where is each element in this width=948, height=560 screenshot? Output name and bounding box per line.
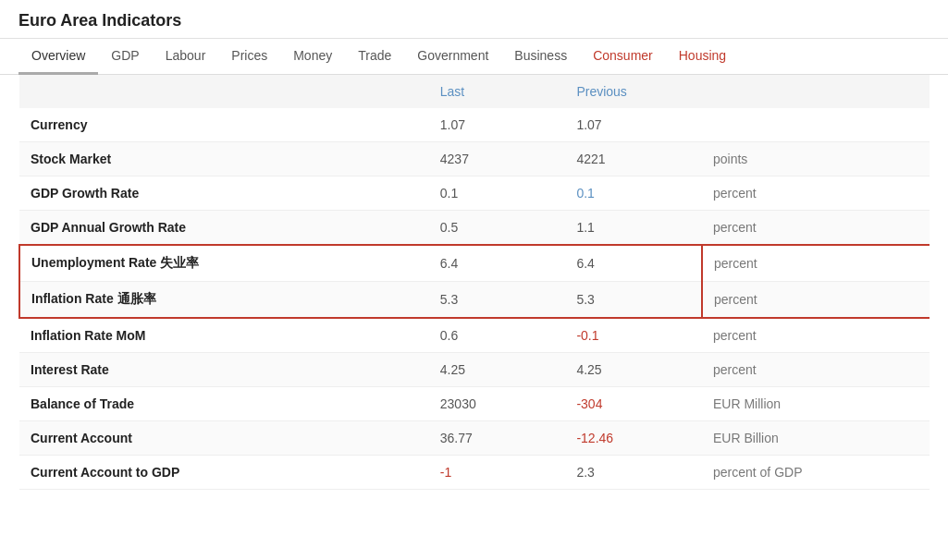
value-previous: 5.3 — [565, 282, 702, 319]
table-row: Interest Rate4.254.25percent — [19, 353, 930, 387]
indicator-name: Inflation Rate 通胀率 — [19, 282, 429, 319]
nav-tab-consumer[interactable]: Consumer — [580, 39, 666, 75]
nav-tab-money[interactable]: Money — [280, 39, 345, 75]
value-unit: EUR Million — [702, 387, 930, 421]
table-row: Inflation Rate MoM0.6-0.1percent — [19, 318, 930, 353]
value-last: 23030 — [429, 387, 566, 421]
value-previous: -12.46 — [565, 421, 702, 456]
nav-tab-housing[interactable]: Housing — [666, 39, 739, 75]
value-previous: 2.3 — [565, 456, 702, 490]
indicator-name: Current Account to GDP — [19, 456, 429, 490]
table-row: Current Account36.77-12.46EUR Billion — [19, 421, 930, 456]
value-last: 0.1 — [429, 177, 566, 211]
indicator-name: Current Account — [19, 421, 429, 456]
table-header: Last Previous — [19, 75, 930, 108]
nav-tab-trade[interactable]: Trade — [345, 39, 404, 75]
value-previous: 4221 — [565, 142, 702, 177]
nav-tab-labour[interactable]: Labour — [153, 39, 219, 75]
nav-tab-prices[interactable]: Prices — [218, 39, 280, 75]
indicator-name: GDP Annual Growth Rate — [19, 211, 429, 246]
value-unit: percent — [702, 282, 930, 319]
value-unit: percent — [702, 177, 930, 211]
value-last: 5.3 — [429, 282, 566, 319]
value-last: 4.25 — [429, 353, 566, 387]
col-header-last: Last — [429, 75, 566, 108]
nav-tab-government[interactable]: Government — [404, 39, 501, 75]
value-unit: EUR Billion — [702, 421, 930, 456]
value-previous: 0.1 — [565, 177, 702, 211]
nav-tabs: OverviewGDPLabourPricesMoneyTradeGovernm… — [0, 39, 948, 75]
table-row: Inflation Rate 通胀率5.35.3percent — [19, 282, 930, 319]
indicator-name: Interest Rate — [19, 353, 429, 387]
table-row: Current Account to GDP-12.3percent of GD… — [19, 456, 930, 490]
value-last: 0.5 — [429, 211, 566, 246]
value-last: 6.4 — [429, 245, 566, 282]
table-row: Unemployment Rate 失业率6.46.4percent — [19, 245, 930, 282]
indicator-name: Unemployment Rate 失业率 — [19, 245, 429, 282]
indicators-table: Last Previous Currency1.071.07Stock Mark… — [18, 75, 930, 490]
nav-tab-gdp[interactable]: GDP — [98, 39, 152, 75]
value-previous: -304 — [565, 387, 702, 421]
table-row: Currency1.071.07 — [19, 108, 930, 142]
table-wrapper: Last Previous Currency1.071.07Stock Mark… — [0, 75, 948, 490]
value-previous: 1.07 — [565, 108, 702, 142]
value-unit: percent — [702, 318, 930, 353]
nav-tab-business[interactable]: Business — [501, 39, 580, 75]
indicator-name: Inflation Rate MoM — [19, 318, 429, 353]
value-last: 0.6 — [429, 318, 566, 353]
col-header-name — [19, 75, 429, 108]
value-last: 36.77 — [429, 421, 566, 456]
indicator-name: Currency — [19, 108, 429, 142]
value-previous: -0.1 — [565, 318, 702, 353]
indicator-name: GDP Growth Rate — [19, 177, 429, 211]
table-row: Stock Market42374221points — [19, 142, 930, 177]
page-wrapper: Euro Area Indicators OverviewGDPLabourPr… — [0, 0, 948, 560]
value-unit — [702, 108, 930, 142]
indicator-name: Balance of Trade — [19, 387, 429, 421]
value-unit: percent — [702, 211, 930, 246]
table-row: GDP Annual Growth Rate0.51.1percent — [19, 211, 930, 246]
value-previous: 4.25 — [565, 353, 702, 387]
table-row: Balance of Trade23030-304EUR Million — [19, 387, 930, 421]
table-body: Currency1.071.07Stock Market42374221poin… — [19, 108, 930, 490]
col-header-previous: Previous — [565, 75, 702, 108]
indicator-name: Stock Market — [19, 142, 429, 177]
table-row: GDP Growth Rate0.10.1percent — [19, 177, 930, 211]
value-unit: points — [702, 142, 930, 177]
value-unit: percent — [702, 245, 930, 282]
page-header: Euro Area Indicators — [0, 0, 948, 39]
value-last: 1.07 — [429, 108, 566, 142]
value-unit: percent — [702, 353, 930, 387]
value-last: -1 — [429, 456, 566, 490]
page-title: Euro Area Indicators — [18, 11, 181, 30]
value-previous: 1.1 — [565, 211, 702, 246]
value-unit: percent of GDP — [702, 456, 930, 490]
value-last: 4237 — [429, 142, 566, 177]
value-previous: 6.4 — [565, 245, 702, 282]
nav-tab-overview[interactable]: Overview — [18, 39, 98, 75]
col-header-unit — [702, 75, 930, 108]
